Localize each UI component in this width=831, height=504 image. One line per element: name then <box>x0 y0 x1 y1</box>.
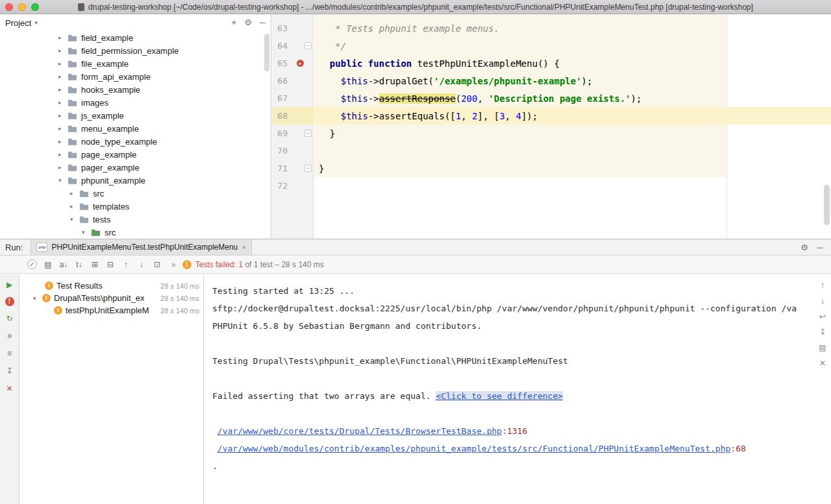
project-panel-header[interactable]: Project ▾ ⌖⚙─ <box>0 14 271 31</box>
editor-scrollbar[interactable] <box>824 185 830 225</box>
project-tree-item[interactable]: ▸hooks_example <box>0 83 271 96</box>
project-item-label: src <box>93 189 104 198</box>
project-tree-item[interactable]: ▸field_permission_example <box>0 44 271 57</box>
expand-all-icon[interactable]: ⊞ <box>87 260 103 269</box>
editor-code-line[interactable]: $this->assertResponse(200, 'Description … <box>314 93 831 104</box>
next-failed-test-icon[interactable]: ↓ <box>134 260 149 269</box>
close-icon[interactable]: ✕ <box>5 383 15 394</box>
fold-region-icon[interactable]: − <box>304 165 312 172</box>
settings-gear-icon[interactable]: ⚙ <box>244 18 252 28</box>
project-tree-item[interactable]: ▸page_example <box>0 148 271 161</box>
editor-code-line[interactable]: } <box>314 128 831 139</box>
chevron-right-icon[interactable]: ▸ <box>58 60 68 67</box>
project-tree-item[interactable]: ▸menu_example <box>0 122 271 135</box>
console-link[interactable]: <Click to see difference> <box>436 391 563 401</box>
chevron-right-icon[interactable]: ▸ <box>58 86 68 93</box>
project-tree-item[interactable]: ▾phpunit_example <box>0 174 271 187</box>
up-the-stack-trace-icon[interactable]: ↑ <box>821 281 825 290</box>
chevron-right-icon[interactable]: ▸ <box>58 47 68 54</box>
project-scrollbar[interactable] <box>264 34 269 71</box>
failed-test-gutter-icon[interactable]: ▸ <box>297 60 304 67</box>
print-icon[interactable]: ▤ <box>819 343 826 352</box>
project-tree-item[interactable]: ▸images <box>0 96 271 109</box>
project-tree-item[interactable]: ▸pager_example <box>0 161 271 174</box>
previous-failed-test-icon[interactable]: ↑ <box>118 260 134 269</box>
editor-gutter[interactable]: 66 <box>272 72 314 90</box>
chevron-down-icon[interactable]: ▾ <box>70 216 79 222</box>
line-number: 68 <box>277 111 288 121</box>
project-tree-item[interactable]: ▸field_example <box>0 31 271 44</box>
editor-code-line[interactable]: $this->drupalGet('/examples/phpunit-exam… <box>314 76 831 86</box>
editor-gutter[interactable]: 70 <box>272 142 314 160</box>
editor-code-line[interactable]: * Tests phpunit_example menus. <box>314 23 831 34</box>
locate-file-icon[interactable]: ⌖ <box>232 18 236 28</box>
chevron-right-icon[interactable]: ▸ <box>70 203 79 210</box>
hide-panel-icon[interactable]: ─ <box>260 18 266 28</box>
clear-all-icon[interactable]: ✕ <box>819 359 826 368</box>
show-passed-icon[interactable]: ✓ <box>27 259 37 269</box>
rerun-icon[interactable]: ▶ <box>5 280 15 290</box>
chevron-right-icon[interactable]: ▸ <box>58 164 68 171</box>
chevron-down-icon[interactable]: ▾ <box>82 229 91 235</box>
test-tree-row[interactable]: !Test Results28 s 140 ms <box>20 280 203 292</box>
chevron-down-icon[interactable]: ▾ <box>33 295 42 302</box>
editor-code-line[interactable]: $this->assertEquals([1, 2], [3, 4]); <box>314 111 831 121</box>
chevron-right-icon[interactable]: ▸ <box>58 112 68 119</box>
scroll-to-end-icon[interactable]: ↧ <box>819 328 826 337</box>
down-the-stack-trace-icon[interactable]: ↓ <box>821 296 825 306</box>
editor-gutter[interactable]: 64− <box>272 37 314 54</box>
hide-panel-icon[interactable]: ─ <box>817 243 823 252</box>
editor-code-line[interactable]: public function testPhpUnitExampleMenu()… <box>314 58 831 69</box>
console-link[interactable]: /var/www/web/core/tests/Drupal/Tests/Bro… <box>217 426 502 436</box>
project-tree-item[interactable]: ▸file_example <box>0 57 271 70</box>
toggle-auto-test-icon[interactable]: ↻ <box>5 313 15 324</box>
import-test-results-icon[interactable]: ↧ <box>5 366 15 376</box>
project-tree-item[interactable]: ▸src <box>0 187 271 200</box>
chevron-down-icon[interactable]: ▾ <box>34 19 38 26</box>
editor-gutter[interactable]: 63 <box>272 19 314 37</box>
test-console-output[interactable]: Testing started at 13:25 ...sftp://docke… <box>205 274 814 504</box>
chevron-right-icon[interactable]: ▸ <box>58 73 68 80</box>
run-tab[interactable]: php PHPUnitExampleMenuTest.testPhpUnitEx… <box>31 239 251 255</box>
editor-gutter[interactable]: 67 <box>272 90 314 107</box>
close-tab-icon[interactable]: × <box>242 243 245 251</box>
editor-gutter[interactable]: 71− <box>272 160 314 177</box>
editor-gutter[interactable]: 72 <box>272 177 314 195</box>
project-tree-item[interactable]: ▾tests <box>0 213 271 226</box>
project-tree-item[interactable]: ▾src <box>0 226 271 239</box>
project-tree-item[interactable]: ▸node_type_example <box>0 135 271 148</box>
project-tree-item[interactable]: ▸js_example <box>0 109 271 122</box>
more-actions-icon[interactable]: » <box>171 260 176 269</box>
fold-region-icon[interactable]: − <box>304 130 312 137</box>
sort-by-duration-icon[interactable]: t↓ <box>71 260 87 269</box>
editor-gutter[interactable]: 69− <box>272 125 314 142</box>
sort-alphabetically-icon[interactable]: a↓ <box>56 260 71 269</box>
editor-gutter[interactable]: 68 <box>272 107 314 125</box>
test-history-icon[interactable]: ≡ <box>5 348 15 359</box>
settings-gear-icon[interactable]: ⚙ <box>800 243 808 252</box>
fold-region-icon[interactable]: − <box>304 42 312 49</box>
editor-code-line[interactable]: } <box>314 163 831 174</box>
stop-icon[interactable]: ■ <box>5 331 15 341</box>
chevron-right-icon[interactable]: ▸ <box>58 125 68 132</box>
jump-to-source-icon[interactable]: ⊡ <box>149 260 165 269</box>
chevron-right-icon[interactable]: ▸ <box>58 151 68 158</box>
chevron-right-icon[interactable]: ▸ <box>58 99 68 106</box>
console-link[interactable]: /var/www/web/modules/contrib/examples/ph… <box>217 444 731 453</box>
editor-gutter[interactable]: 65▸ <box>272 54 314 72</box>
project-tree-item[interactable]: ▸templates <box>0 200 271 213</box>
console-line: Testing started at 13:25 ... <box>212 282 814 300</box>
test-tree-row[interactable]: !testPhpUnitExampleM28 s 140 ms <box>20 304 203 317</box>
code-editor[interactable]: 63 * Tests phpunit_example menus.64− */6… <box>272 14 831 239</box>
test-tree-row[interactable]: ▾!Drupal\Tests\phpunit_ex28 s 140 ms <box>20 292 203 304</box>
chevron-right-icon[interactable]: ▸ <box>70 190 79 197</box>
chevron-down-icon[interactable]: ▾ <box>58 177 68 184</box>
project-tree-item[interactable]: ▸form_api_example <box>0 70 271 83</box>
collapse-all-icon[interactable]: ⊟ <box>103 260 118 269</box>
soft-wrap-icon[interactable]: ↩ <box>819 312 826 321</box>
chevron-right-icon[interactable]: ▸ <box>58 138 68 145</box>
rerun-failed-tests-icon[interactable]: ! <box>5 297 14 306</box>
chevron-right-icon[interactable]: ▸ <box>58 34 68 41</box>
show-ignored-icon[interactable]: ▤ <box>40 260 56 269</box>
editor-code-line[interactable]: */ <box>314 41 831 51</box>
